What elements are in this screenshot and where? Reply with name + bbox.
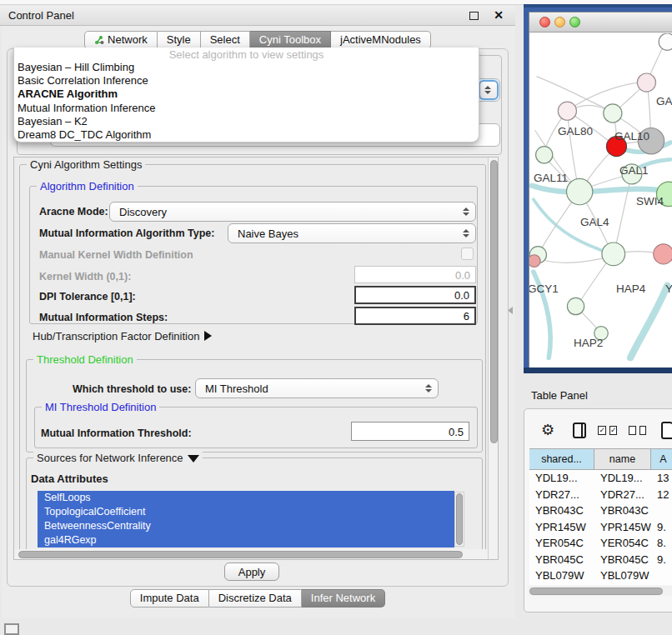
network-node-gal10[interactable] (604, 104, 622, 122)
tab-style-label: Style (167, 33, 191, 46)
select-all-check-icon[interactable]: ✓ (609, 426, 618, 435)
network-node-pink[interactable] (654, 244, 672, 264)
network-window-titlebar[interactable] (529, 12, 672, 32)
table-row[interactable]: YPR145WYPR145W9. (529, 519, 672, 536)
network-node[interactable] (529, 255, 540, 268)
cyni-algorithm-settings-title: Cyni Algorithm Settings (27, 158, 145, 171)
table-row[interactable]: YDR27...YDR27...12 (529, 487, 672, 503)
network-node[interactable] (659, 33, 672, 50)
tab-cyni-toolbox[interactable]: Cyni Toolbox (250, 31, 331, 49)
algorithm-option[interactable]: Bayesian – K2 (14, 115, 479, 128)
expand-right-icon (204, 331, 212, 341)
network-node-gal[interactable] (637, 73, 655, 92)
network-node-gal11[interactable] (536, 147, 553, 163)
table-panel-titlebar: Table Panel (524, 384, 672, 406)
gear-icon[interactable]: ⚙ (541, 421, 554, 439)
tab-discretize-data[interactable]: Discretize Data (209, 589, 302, 608)
attribute-item[interactable]: TopologicalCoefficient (38, 505, 454, 519)
algorithm-option[interactable]: Dream8 DC_TDC Algorithm (14, 128, 479, 142)
deselect-all-icon[interactable] (639, 426, 646, 435)
window-close-icon[interactable] (539, 17, 550, 28)
dpi-tolerance-label: DPI Tolerance [0,1]: (39, 291, 136, 302)
mi-type-select[interactable]: Naive Bayes (228, 223, 476, 243)
mi-threshold-group-title: MI Threshold Definition (42, 401, 159, 413)
node-label: GAL10 (614, 130, 649, 142)
table-row[interactable]: YLR345WYLR345W9. (529, 584, 672, 586)
table-row[interactable]: YBR043CYBR043C (529, 502, 672, 519)
sources-group-title[interactable]: Sources for Network Inference (33, 452, 203, 464)
tab-impute-data-label: Impute Data (140, 592, 199, 604)
which-threshold-select[interactable]: MI Threshold (195, 378, 439, 398)
network-node-hap4[interactable] (602, 242, 625, 266)
mi-type-value: Naive Bayes (238, 228, 298, 240)
node-label: SWI4 (636, 195, 664, 208)
attribute-list-scrollbar[interactable] (454, 492, 464, 547)
window-minimize-icon[interactable] (554, 17, 565, 28)
column-header-partial[interactable]: A (651, 449, 672, 469)
network-node-gal80[interactable] (558, 102, 576, 120)
algorithm-option[interactable]: Bayesian – Hill Climbing (14, 61, 479, 74)
algorithm-option-selected[interactable]: ARACNE Algorithm (14, 88, 479, 101)
node-label: GAL11 (534, 172, 568, 184)
window-zoom-icon[interactable] (569, 17, 580, 28)
table-horizontal-scrollbar[interactable] (528, 586, 672, 596)
tab-style[interactable]: Style (158, 31, 201, 49)
algorithm-option[interactable]: Mutual Information Inference (14, 102, 479, 115)
settings-vertical-scrollbar[interactable] (488, 158, 499, 559)
export-table-icon[interactable] (661, 422, 672, 439)
kernel-width-value: 0.0 (455, 268, 470, 281)
manual-kernel-checkbox[interactable] (461, 248, 474, 260)
tab-select-label: Select (210, 33, 240, 46)
table-row[interactable]: YDL19...YDL19...13 (529, 470, 672, 487)
mi-steps-field[interactable]: 6 (354, 307, 476, 325)
node-label: GCY1 (529, 282, 559, 295)
table-row[interactable]: YBR045CYBR045C9. (529, 552, 672, 568)
settings-horizontal-scrollbar[interactable] (14, 549, 488, 560)
tab-impute-data[interactable]: Impute Data (130, 589, 209, 608)
mi-threshold-field[interactable]: 0.5 (351, 422, 469, 441)
network-node-hap2[interactable] (567, 298, 584, 314)
table-row[interactable]: YBL079WYBL079W (529, 568, 672, 584)
tab-jactivemnodules[interactable]: jActiveMNodules (331, 31, 431, 49)
columns-icon[interactable] (573, 422, 586, 438)
node-label: HAP2 (574, 337, 603, 349)
aracne-mode-value: Discovery (119, 206, 167, 218)
attribute-item[interactable]: SelfLoops (38, 491, 454, 505)
tab-infer-network-label: Infer Network (311, 592, 375, 604)
algorithm-select-stepper[interactable] (479, 80, 499, 100)
select-all-check-icon[interactable]: ✓ (598, 426, 606, 435)
close-icon[interactable]: ✕ (494, 8, 504, 22)
network-node-gal4[interactable] (566, 178, 592, 204)
control-panel-titlebar: Control Panel ✕ (0, 6, 515, 26)
apply-button[interactable]: Apply (224, 562, 279, 581)
hub-definition-toggle[interactable]: Hub/Transcription Factor Definition (33, 330, 212, 342)
dock-panel-icon[interactable] (4, 623, 19, 635)
tab-network-label: Network (108, 33, 148, 46)
tab-infer-network[interactable]: Infer Network (302, 589, 385, 608)
tab-discretize-data-label: Discretize Data (218, 592, 292, 604)
node-label: GAL80 (558, 125, 593, 138)
hub-definition-label: Hub/Transcription Factor Definition (33, 330, 199, 342)
table-panel: ⚙ ✓ ✓ shared... name A YDL19...YDL19...1… (524, 408, 672, 612)
attribute-item[interactable]: BetweennessCentrality (38, 519, 454, 533)
algorithm-definition-title: Algorithm Definition (37, 180, 138, 192)
data-attributes-list[interactable]: SelfLoops TopologicalCoefficient Between… (38, 491, 454, 548)
node-label: GAL (656, 95, 672, 108)
tab-select[interactable]: Select (201, 31, 250, 49)
combo-stepper-icon (425, 384, 432, 392)
aracne-mode-select[interactable]: Discovery (109, 202, 476, 222)
tab-network[interactable]: Network (84, 31, 158, 49)
deselect-all-icon[interactable] (629, 426, 635, 435)
table-row[interactable]: YER054CYER054C8. (529, 535, 672, 552)
float-panel-icon[interactable] (469, 12, 479, 20)
table-rows: YDL19...YDL19...13 YDR27...YDR27...12 YB… (529, 470, 672, 585)
attribute-item[interactable]: gal4RGexp (38, 533, 454, 548)
kernel-width-field[interactable]: 0.0 (354, 266, 476, 283)
algorithm-option[interactable]: Basic Correlation Inference (14, 74, 479, 88)
column-header-shared-name[interactable]: shared... (529, 449, 594, 469)
aracne-mode-label: Aracne Mode: (39, 206, 108, 218)
network-canvas[interactable]: GAL GAL80 GAL10 GAL1 GAL11 SWI4 GAL4 GCY… (529, 33, 672, 372)
dpi-tolerance-field[interactable]: 0.0 (354, 286, 476, 304)
column-header-name[interactable]: name (594, 449, 651, 469)
node-label: HAP4 (616, 282, 645, 295)
